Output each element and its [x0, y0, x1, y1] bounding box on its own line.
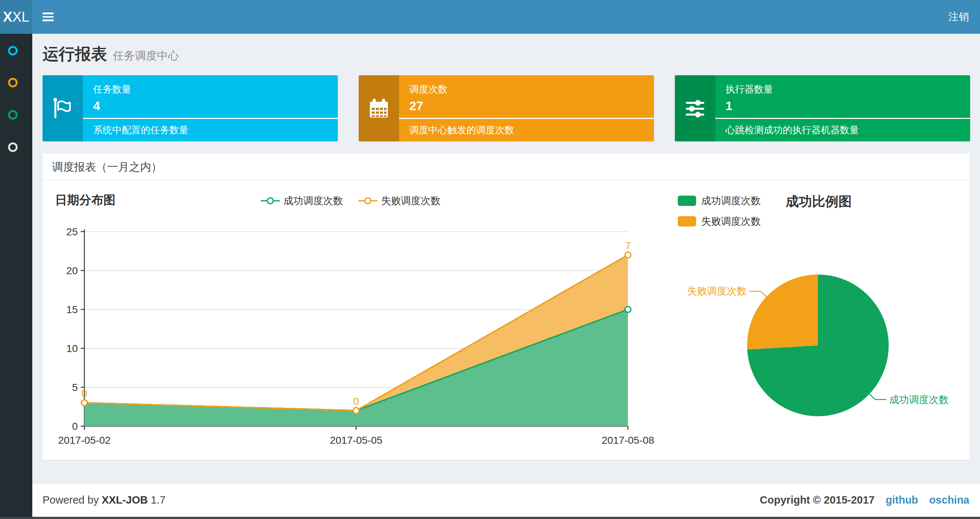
svg-text:0: 0: [81, 388, 87, 399]
sidebar: [0, 34, 32, 519]
sidebar-item-job-manage[interactable]: [8, 78, 18, 87]
svg-text:5: 5: [72, 382, 78, 393]
svg-text:成功调度次数: 成功调度次数: [889, 394, 948, 405]
stat-value: 27: [399, 97, 654, 114]
success-ratio-pie-chart: 成功调度次数失败调度次数: [659, 180, 969, 458]
svg-text:失败调度次数: 失败调度次数: [687, 286, 747, 297]
sidebar-toggle-button[interactable]: [43, 11, 55, 22]
xxl-job-dashboard: XXL 注销 运行报表 任务调度中心: [0, 0, 980, 519]
sidebar-item-job-log[interactable]: [8, 110, 18, 120]
svg-text:0: 0: [72, 421, 78, 432]
sidebar-item-run-report[interactable]: [8, 46, 18, 56]
schedule-report-panel: 调度报表（一月之内） 日期分布图 成功调度次数 失败调度次数 051015202…: [43, 153, 969, 460]
top-header: XXL 注销: [0, 0, 980, 34]
flag-icon: [43, 75, 83, 141]
stat-value: 1: [715, 97, 970, 114]
svg-text:7: 7: [625, 240, 631, 251]
stat-title: 执行器数量: [715, 83, 970, 95]
svg-text:25: 25: [66, 226, 78, 238]
window-edge: [0, 517, 980, 519]
svg-text:20: 20: [66, 265, 78, 276]
stat-box-trigger-count: 调度次数 27 调度中心触发的调度次数: [359, 75, 654, 141]
page-head: 运行报表 任务调度中心: [43, 43, 179, 65]
svg-text:2017-05-02: 2017-05-02: [58, 434, 110, 446]
pie-chart-region: 成功调度次数失败调度次数 成功比例图 成功调度次数失败调度次数: [659, 180, 969, 458]
main-content: 运行报表 任务调度中心 任务数量 4 系统中配置的任务数量: [32, 34, 980, 483]
page-footer: Powered by XXL-JOB 1.7 Copyright © 2015-…: [32, 483, 980, 517]
sliders-icon: [675, 75, 715, 141]
svg-text:2017-05-08: 2017-05-08: [601, 434, 654, 446]
hamburger-icon: [43, 13, 54, 14]
stat-value: 4: [83, 97, 338, 114]
copyright: Copyright © 2015-2017 github oschina: [760, 494, 969, 506]
logo-text: XL: [12, 9, 29, 25]
stat-description: 心跳检测成功的执行器机器数量: [715, 119, 970, 141]
svg-text:10: 10: [66, 343, 78, 354]
stat-box-job-count: 任务数量 4 系统中配置的任务数量: [43, 75, 338, 141]
panel-title: 调度报表（一月之内）: [43, 153, 969, 180]
stat-box-executor-count: 执行器数量 1 心跳检测成功的执行器机器数量: [675, 75, 970, 141]
svg-text:0: 0: [353, 396, 359, 407]
brand-name: XXL-JOB: [102, 494, 148, 506]
github-link[interactable]: github: [886, 494, 918, 506]
stat-description: 系统中配置的任务数量: [83, 119, 338, 141]
page-subtitle: 任务调度中心: [113, 48, 179, 64]
stat-title: 调度次数: [399, 83, 654, 95]
stat-title: 任务数量: [83, 83, 338, 95]
app-logo[interactable]: XXL: [0, 0, 32, 34]
sidebar-item-help[interactable]: [8, 142, 18, 152]
navbar: 注销: [32, 0, 980, 34]
oschina-link[interactable]: oschina: [929, 494, 969, 506]
logout-link[interactable]: 注销: [948, 10, 969, 24]
panel-body: 日期分布图 成功调度次数 失败调度次数 05101520252017-05-02…: [43, 180, 969, 458]
svg-text:15: 15: [66, 304, 78, 315]
powered-by: Powered by XXL-JOB 1.7: [43, 494, 165, 506]
svg-text:2017-05-05: 2017-05-05: [330, 434, 382, 446]
version: 1.7: [151, 494, 165, 506]
date-distribution-chart: 05101520252017-05-022017-05-052017-05-08…: [43, 180, 659, 458]
page-title: 运行报表: [43, 43, 107, 65]
calendar-icon: [359, 75, 399, 141]
stat-boxes-row: 任务数量 4 系统中配置的任务数量: [43, 75, 970, 141]
logo-text-bold: X: [3, 9, 12, 25]
stat-description: 调度中心触发的调度次数: [399, 119, 654, 141]
